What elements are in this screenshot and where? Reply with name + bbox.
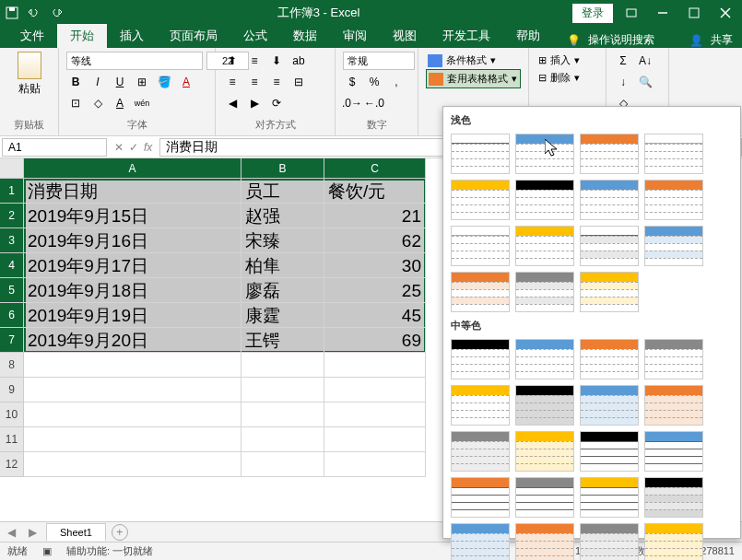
table-style-option[interactable] [451,226,510,266]
cell[interactable] [24,427,241,452]
add-sheet-button[interactable]: + [112,524,128,541]
sheet-tab[interactable]: Sheet1 [46,523,106,541]
cell[interactable]: 2019年9月20日 [24,328,241,353]
tab-layout[interactable]: 页面布局 [157,24,230,48]
login-button[interactable]: 登录 [572,4,613,23]
row-header[interactable]: 7 [0,328,24,353]
table-style-option[interactable] [644,226,703,266]
table-style-option[interactable] [580,180,639,220]
conditional-format-button[interactable]: 条件格式 ▾ [426,52,521,69]
tab-file[interactable]: 文件 [7,24,57,48]
tab-help[interactable]: 帮助 [503,24,553,48]
cell[interactable]: 宋臻 [241,228,324,253]
currency-button[interactable]: $ [343,73,361,91]
table-style-option[interactable] [515,226,574,266]
cell[interactable]: 25 [324,278,426,303]
table-style-option[interactable] [580,272,639,312]
find-button[interactable]: 🔍 [636,73,654,91]
select-all-corner[interactable] [0,158,24,179]
merge-button[interactable]: ⊟ [289,73,308,91]
row-header[interactable]: 8 [0,353,24,378]
align-middle-button[interactable]: ≡ [245,52,264,70]
fx-icon[interactable]: fx [144,141,152,154]
number-format-select[interactable] [343,52,415,70]
table-style-option[interactable] [515,431,574,472]
cell[interactable] [324,353,426,378]
table-style-option[interactable] [644,134,703,174]
table-style-option[interactable] [644,477,703,518]
share-icon[interactable]: 👤 [689,34,703,47]
cell[interactable] [324,427,426,452]
cancel-formula-icon[interactable]: ✕ [114,141,124,154]
table-style-option[interactable] [580,477,639,518]
indent-decrease-button[interactable]: ◀ [223,94,241,112]
cell[interactable] [241,378,324,402]
align-right-button[interactable]: ≡ [267,73,286,91]
table-style-option[interactable] [644,385,703,426]
table-style-option[interactable] [580,431,639,472]
font-color-button[interactable]: A [177,73,195,91]
tab-home[interactable]: 开始 [57,24,107,48]
cell[interactable]: 餐饮/元 [324,179,426,204]
table-style-option[interactable] [644,339,703,379]
accept-formula-icon[interactable]: ✓ [129,141,138,154]
row-header[interactable]: 9 [0,378,24,402]
cell[interactable]: 2019年9月16日 [24,228,241,253]
table-style-option[interactable] [515,180,574,220]
sort-filter-button[interactable]: A↓ [636,52,654,70]
table-style-option[interactable] [451,272,510,312]
paste-button[interactable]: 粘贴 [7,52,51,97]
table-style-option[interactable] [515,134,574,174]
border-more-button[interactable]: ⊡ [66,94,85,112]
cell[interactable] [324,452,426,477]
table-format-button[interactable]: 套用表格格式 ▾ [426,69,521,88]
redo-icon[interactable] [48,5,65,21]
delete-cells-button[interactable]: ⊟ 删除 ▾ [536,69,598,87]
table-style-option[interactable] [451,431,510,472]
bold-button[interactable]: B [66,73,85,91]
cell[interactable]: 柏隼 [241,253,324,278]
percent-button[interactable]: % [365,73,383,91]
tab-insert[interactable]: 插入 [107,24,157,48]
phonetic-button[interactable]: wén [133,94,151,112]
italic-button[interactable]: I [88,73,107,91]
close-icon[interactable] [713,2,738,24]
table-style-option[interactable] [644,523,703,560]
tab-view[interactable]: 视图 [380,24,430,48]
cell[interactable] [24,378,241,402]
fill-color-button[interactable]: 🪣 [155,73,173,91]
table-style-option[interactable] [451,339,510,379]
row-header[interactable]: 4 [0,253,24,278]
table-style-option[interactable] [515,385,574,426]
cell[interactable]: 2019年9月15日 [24,204,241,228]
align-top-button[interactable]: ⬆ [223,52,241,70]
align-center-button[interactable]: ≡ [245,73,264,91]
table-style-option[interactable] [580,226,639,266]
name-box[interactable] [2,138,107,157]
tab-dev[interactable]: 开发工具 [430,24,503,48]
status-record-icon[interactable]: ▣ [42,545,52,557]
cell[interactable] [241,427,324,452]
fill-button[interactable]: ↓ [614,73,632,91]
cell[interactable]: 2019年9月18日 [24,278,241,303]
cell[interactable]: 30 [324,253,426,278]
table-style-option[interactable] [451,180,510,220]
tab-nav-prev-icon[interactable]: ◀ [4,526,19,539]
wrap-text-button[interactable]: ab [289,52,308,70]
align-left-button[interactable]: ≡ [223,73,241,91]
minimize-icon[interactable] [650,2,676,24]
row-header[interactable]: 1 [0,179,24,204]
table-style-option[interactable] [515,272,574,312]
row-header[interactable]: 10 [0,402,24,427]
cell[interactable] [24,452,241,477]
ribbon-options-icon[interactable] [618,2,644,24]
table-style-option[interactable] [644,180,703,220]
tell-me[interactable]: 操作说明搜索 [588,32,654,48]
col-header-a[interactable]: A [24,158,241,179]
font-color-more-button[interactable]: A [111,94,129,112]
table-style-option[interactable] [580,339,639,379]
cell[interactable]: 62 [324,228,426,253]
comma-button[interactable]: , [387,73,406,91]
row-header[interactable]: 12 [0,452,24,477]
share-button[interactable]: 共享 [711,32,733,48]
